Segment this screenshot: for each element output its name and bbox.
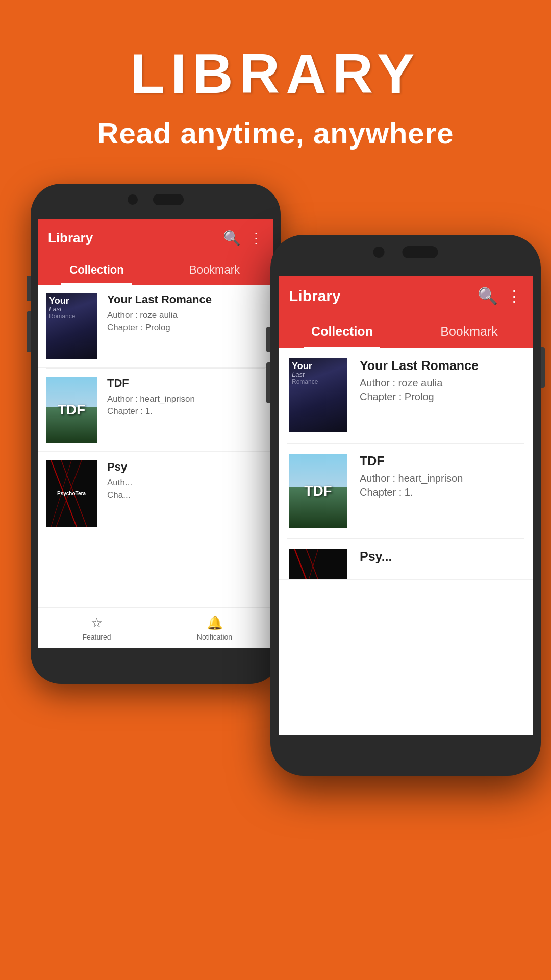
svg-line-5 [307,549,336,580]
book-item-2[interactable]: TDF TDF Author : heart_inprison Chapter … [38,369,273,452]
volume-up-button-front [266,327,270,352]
tab-bookmark-back[interactable]: Bookmark [156,256,273,283]
book-title-front-3: Psy... [360,549,522,564]
phone-back: Library 🔍 ⋮ Collection Bookmark [31,184,281,684]
book-cover-front-3: PsychoTera [289,549,347,580]
bottom-nav-back: ☆ Featured 🔔 Notification [38,607,273,648]
power-button-front [541,347,545,388]
camera-lens-front [373,247,385,258]
book-cover-2: TDF [46,377,97,443]
nav-featured-back[interactable]: ☆ Featured [38,608,156,648]
book-cover-3: PsychoTera [46,460,97,527]
book-item-1[interactable]: Your Last Romance Your Last Romance Auth… [38,285,273,368]
book-chapter-1: Chapter : Prolog [107,323,265,333]
book-chapter-front-1: Chapter : Prolog [360,391,522,403]
book-author-3: Auth... [107,478,265,488]
earpiece-speaker-front [403,246,438,258]
notification-icon: 🔔 [207,615,223,631]
book-chapter-front-2: Chapter : 1. [360,486,522,498]
book-item-front-1[interactable]: Your Last Romance Your Last Romance Auth… [279,348,533,443]
book-cover-1: Your Last Romance [46,293,97,359]
book-title-front-2: TDF [360,454,522,469]
book-info-front-1: Your Last Romance Author : roze aulia Ch… [360,358,522,405]
book-title-1: Your Last Romance [107,293,265,306]
more-icon-front[interactable]: ⋮ [506,286,522,306]
book-author-front-1: Author : roze aulia [360,377,522,389]
featured-label: Featured [82,633,111,641]
nav-notification-back[interactable]: 🔔 Notification [156,608,273,648]
book-chapter-3: Cha... [107,490,265,500]
book-info-1: Your Last Romance Author : roze aulia Ch… [107,293,265,335]
book-item-front-3[interactable]: PsychoTera Psy... [279,539,533,580]
book-info-front-2: TDF Author : heart_inprison Chapter : 1. [360,454,522,500]
phone-front-screen: Library 🔍 ⋮ Collection Bookmark [279,276,533,735]
phone-front: Library 🔍 ⋮ Collection Bookmark [270,235,541,776]
book-title-2: TDF [107,377,265,390]
book-info-front-3: Psy... [360,549,522,568]
book-chapter-2: Chapter : 1. [107,406,265,416]
book-list-front: Your Last Romance Your Last Romance Auth… [279,348,533,580]
book-cover-front-1: Your Last Romance [289,358,347,432]
notification-label: Notification [197,633,232,641]
book-author-front-2: Author : heart_inprison [360,473,522,484]
search-icon-front[interactable]: 🔍 [478,286,498,306]
app-bar-back: Library 🔍 ⋮ [38,219,273,256]
book-item-front-2[interactable]: TDF TDF Author : heart_inprison Chapter … [279,444,533,538]
app-title-back: Library [48,230,215,246]
book-info-2: TDF Author : heart_inprison Chapter : 1. [107,377,265,419]
volume-up-button [27,276,31,301]
tab-collection-back[interactable]: Collection [38,256,156,283]
book-cover-front-2: TDF [289,454,347,528]
earpiece-speaker [153,194,184,205]
camera-lens [128,194,138,205]
more-icon-back[interactable]: ⋮ [249,230,263,247]
camera-area-front [373,246,438,258]
app-title-front: Library [289,287,469,305]
tab-collection-front[interactable]: Collection [279,316,406,347]
tabs-bar-front: Collection Bookmark [279,316,533,348]
volume-down-button-front [266,362,270,403]
svg-line-6 [295,549,318,580]
tab-bookmark-front[interactable]: Bookmark [406,316,533,347]
app-bar-front: Library 🔍 ⋮ [279,276,533,316]
camera-area [128,194,184,205]
book-author-1: Author : roze aulia [107,310,265,321]
tabs-bar-back: Collection Bookmark [38,256,273,285]
hero-section: LIBRARY Read anytime, anywhere [0,0,551,170]
book-title-front-1: Your Last Romance [360,358,522,373]
hero-subtitle: Read anytime, anywhere [20,116,531,150]
book-author-2: Author : heart_inprison [107,394,265,404]
book-list-back: Your Last Romance Your Last Romance Auth… [38,285,273,535]
search-icon-back[interactable]: 🔍 [223,230,241,247]
svg-line-4 [295,549,324,580]
phones-container: Library 🔍 ⋮ Collection Bookmark [0,184,551,980]
book-info-3: Psy Auth... Cha... [107,460,265,502]
hero-title: LIBRARY [20,41,531,106]
book-item-3[interactable]: PsychoTera Psy Auth... Cha... [38,452,273,535]
featured-icon: ☆ [91,615,103,631]
book-title-3: Psy [107,460,265,474]
volume-down-button [27,311,31,352]
phone-back-screen: Library 🔍 ⋮ Collection Bookmark [38,219,273,648]
